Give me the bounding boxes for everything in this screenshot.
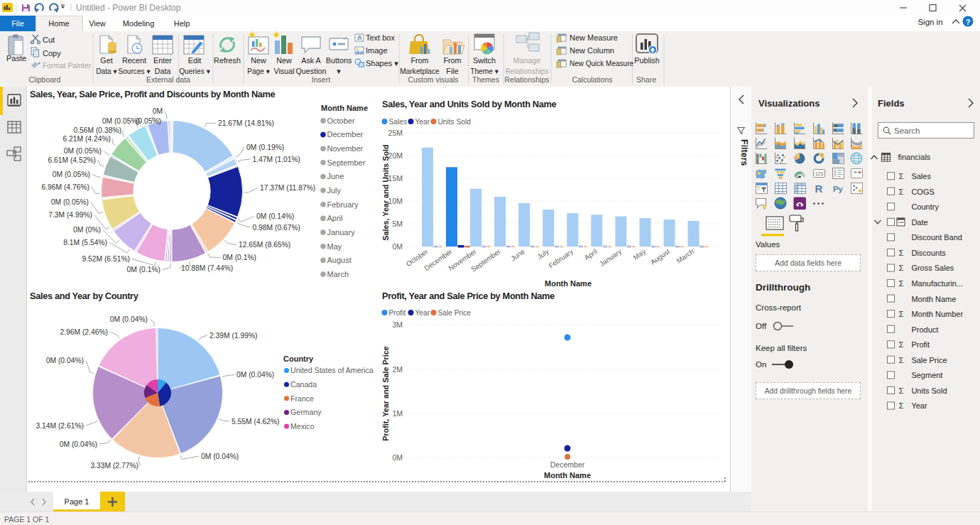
svg-text:February: February <box>548 247 575 270</box>
svg-text:▾: ▾ <box>337 67 341 75</box>
svg-text:(0.05%): (0.05%) <box>136 117 161 125</box>
svg-text:Σ: Σ <box>899 172 904 180</box>
svg-text:Sales and Year by Country: Sales and Year by Country <box>30 291 139 301</box>
svg-text:0M: 0M <box>392 242 403 251</box>
svg-text:0M (0.04%): 0M (0.04%) <box>201 453 239 460</box>
svg-text:0M: 0M <box>153 107 163 115</box>
svg-text:Switch: Switch <box>473 56 496 65</box>
svg-text:Month Name: Month Name <box>911 295 956 303</box>
svg-text:Relationships: Relationships <box>505 67 548 75</box>
svg-text:July: July <box>535 247 550 261</box>
svg-text:3.33M (2.77%): 3.33M (2.77%) <box>90 462 138 470</box>
svg-text:New Measure: New Measure <box>570 33 618 42</box>
svg-text:Month Number: Month Number <box>911 310 963 318</box>
svg-text:Σ: Σ <box>899 188 904 196</box>
svg-text:Month Name: Month Name <box>545 279 592 288</box>
svg-text:Text box: Text box <box>366 33 395 42</box>
svg-text:Units Sold: Units Sold <box>911 386 947 395</box>
svg-text:Year: Year <box>415 118 430 126</box>
svg-text:7.3M (4.99%): 7.3M (4.99%) <box>48 211 92 219</box>
svg-text:Insert: Insert <box>312 75 330 84</box>
svg-text:Country: Country <box>283 354 314 363</box>
svg-text:0M (0.05%): 0M (0.05%) <box>51 198 89 206</box>
svg-text:1.47M (1.01%): 1.47M (1.01%) <box>253 156 301 163</box>
svg-text:Sign in: Sign in <box>918 18 942 26</box>
svg-text:Σ: Σ <box>899 249 904 257</box>
svg-text:Buttons: Buttons <box>326 56 352 65</box>
svg-text:Manufacturin...: Manufacturin... <box>911 279 963 288</box>
svg-text:October: October <box>327 117 355 125</box>
svg-text:Sales: Sales <box>389 118 407 126</box>
svg-text:Month Name: Month Name <box>321 104 368 112</box>
svg-text:August: August <box>649 247 672 266</box>
svg-text:Paste: Paste <box>6 54 26 63</box>
svg-text:10M: 10M <box>388 197 403 205</box>
svg-text:February: February <box>327 200 359 209</box>
svg-text:Values: Values <box>756 240 780 249</box>
svg-text:June: June <box>509 247 526 263</box>
svg-text:Σ: Σ <box>899 310 904 318</box>
svg-text:0M (0.05%): 0M (0.05%) <box>53 171 90 178</box>
svg-text:File: File <box>11 19 24 28</box>
svg-text:Help: Help <box>174 19 190 28</box>
svg-text:Ask A: Ask A <box>301 56 321 65</box>
svg-text:December: December <box>327 130 364 139</box>
svg-text:Discounts: Discounts <box>911 249 946 257</box>
svg-text:Visualizations: Visualizations <box>758 98 820 109</box>
svg-text:External data: External data <box>146 75 190 84</box>
svg-text:New: New <box>251 56 266 65</box>
svg-text:From: From <box>410 56 428 65</box>
svg-text:Σ: Σ <box>899 264 904 272</box>
svg-text:COGS: COGS <box>911 188 934 196</box>
svg-text:Sales: Sales <box>911 172 931 180</box>
svg-text:June: June <box>327 172 344 180</box>
svg-text:From: From <box>443 56 461 65</box>
svg-text:Year: Year <box>911 401 927 410</box>
svg-text:November: November <box>327 144 364 153</box>
svg-text:Drillthrough: Drillthrough <box>756 282 810 293</box>
svg-text:0M (0.19%): 0M (0.19%) <box>246 144 284 151</box>
svg-text:0.56M (0.38%): 0.56M (0.38%) <box>73 126 121 134</box>
svg-text:Search: Search <box>894 126 920 135</box>
svg-text:0M (0.1%): 0M (0.1%) <box>127 266 161 274</box>
svg-text:Share: Share <box>636 75 656 84</box>
svg-text:R: R <box>815 183 823 195</box>
svg-text:8.1M (5.54%): 8.1M (5.54%) <box>63 239 107 247</box>
svg-text:25M: 25M <box>388 129 403 137</box>
svg-text:January: January <box>598 247 623 268</box>
svg-text:0M (0.14%): 0M (0.14%) <box>256 212 294 220</box>
svg-text:New Quick Measure: New Quick Measure <box>570 60 633 67</box>
svg-text:March: March <box>327 270 349 278</box>
svg-text:Publish: Publish <box>634 56 659 65</box>
svg-text:Page ▾: Page ▾ <box>247 67 271 75</box>
svg-text:Sale Price: Sale Price <box>438 309 472 317</box>
svg-text:May: May <box>327 242 342 251</box>
svg-text:3M: 3M <box>392 320 403 329</box>
svg-text:0.98M (0.67%): 0.98M (0.67%) <box>253 224 301 232</box>
svg-text:View: View <box>89 19 106 28</box>
svg-text:Question: Question <box>295 67 326 75</box>
svg-text:Product: Product <box>911 325 938 334</box>
svg-text:Σ: Σ <box>899 386 904 395</box>
svg-text:0M (0.1%): 0M (0.1%) <box>223 254 257 261</box>
svg-text:Queries ▾: Queries ▾ <box>179 67 211 75</box>
svg-text:April: April <box>583 247 599 261</box>
svg-text:2.39M (1.99%): 2.39M (1.99%) <box>209 332 258 340</box>
svg-text:Data ▾: Data ▾ <box>96 67 117 75</box>
svg-text:Σ: Σ <box>899 356 904 364</box>
svg-text:August: August <box>327 256 352 264</box>
svg-text:Themes: Themes <box>472 75 499 84</box>
svg-text:Format Painter: Format Painter <box>43 62 92 70</box>
svg-text:123: 123 <box>815 171 824 176</box>
svg-text:April: April <box>327 214 343 222</box>
svg-text:5.55M (4.62%): 5.55M (4.62%) <box>232 418 280 426</box>
svg-text:Untitled - Power BI Desktop: Untitled - Power BI Desktop <box>76 3 181 13</box>
svg-text:0M (0.04%): 0M (0.04%) <box>60 440 97 448</box>
svg-text:0M (0.04%): 0M (0.04%) <box>236 371 274 379</box>
svg-text:Germany: Germany <box>290 408 322 416</box>
svg-text:Sales, Year and Units Sold by: Sales, Year and Units Sold by Month Name <box>382 99 557 109</box>
svg-text:Sources ▾: Sources ▾ <box>118 67 151 75</box>
svg-text:Keep all filters: Keep all filters <box>756 344 807 352</box>
svg-text:July: July <box>327 186 342 195</box>
svg-text:Segment: Segment <box>911 371 942 379</box>
